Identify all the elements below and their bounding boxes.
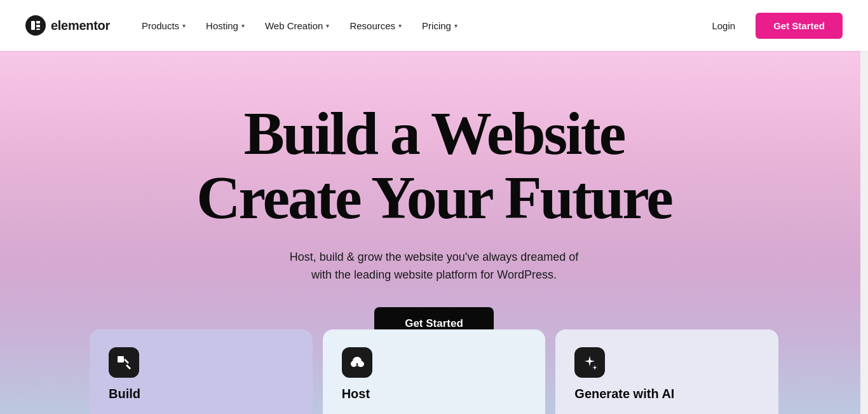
svg-rect-2 xyxy=(36,25,40,27)
resources-chevron-icon: ▾ xyxy=(398,22,402,29)
hero-title-line2: Create Your Future xyxy=(196,163,672,231)
products-chevron-icon: ▾ xyxy=(182,22,186,29)
nav-menu: Products ▾ Hosting ▾ Web Creation ▾ Reso… xyxy=(133,15,466,36)
build-card-label: Build xyxy=(109,387,140,401)
pricing-chevron-icon: ▾ xyxy=(454,22,458,29)
svg-rect-4 xyxy=(118,356,124,362)
nav-item-resources[interactable]: Resources ▾ xyxy=(341,15,410,36)
feature-cards-row: Build Host Generate with AI xyxy=(85,329,783,414)
hero-title-line1: Build a Website xyxy=(244,99,625,167)
logo-text: elementor xyxy=(51,18,110,33)
logo[interactable]: elementor xyxy=(25,15,110,36)
host-icon xyxy=(342,347,372,378)
svg-marker-5 xyxy=(126,364,131,369)
build-icon xyxy=(109,347,139,378)
hero-subtitle: Host, build & grow the website you've al… xyxy=(290,248,579,285)
host-card-label: Host xyxy=(342,387,370,401)
svg-rect-0 xyxy=(31,21,35,30)
hero-section: Build a Website Create Your Future Host,… xyxy=(0,51,868,414)
svg-line-6 xyxy=(125,359,128,363)
navbar: elementor Products ▾ Hosting ▾ Web Creat… xyxy=(0,0,868,51)
svg-rect-1 xyxy=(36,21,40,24)
hosting-chevron-icon: ▾ xyxy=(241,22,245,29)
web-creation-chevron-icon: ▾ xyxy=(326,22,329,29)
ai-card-label: Generate with AI xyxy=(574,387,674,401)
elementor-logo-icon xyxy=(25,15,46,36)
hero-title: Build a Website Create Your Future xyxy=(196,102,672,230)
navbar-right: Login Get Started xyxy=(702,13,843,39)
ai-icon xyxy=(574,347,605,378)
scrollbar[interactable] xyxy=(860,0,868,414)
nav-item-web-creation[interactable]: Web Creation ▾ xyxy=(256,15,338,36)
navbar-left: elementor Products ▾ Hosting ▾ Web Creat… xyxy=(25,15,466,36)
get-started-nav-button[interactable]: Get Started xyxy=(756,13,843,39)
host-card[interactable]: Host xyxy=(323,329,546,414)
login-button[interactable]: Login xyxy=(702,15,745,36)
svg-rect-3 xyxy=(36,29,40,30)
ai-card[interactable]: Generate with AI xyxy=(555,329,778,414)
build-card[interactable]: Build xyxy=(90,329,313,414)
nav-item-pricing[interactable]: Pricing ▾ xyxy=(413,15,466,36)
nav-item-products[interactable]: Products ▾ xyxy=(133,15,194,36)
nav-item-hosting[interactable]: Hosting ▾ xyxy=(197,15,254,36)
